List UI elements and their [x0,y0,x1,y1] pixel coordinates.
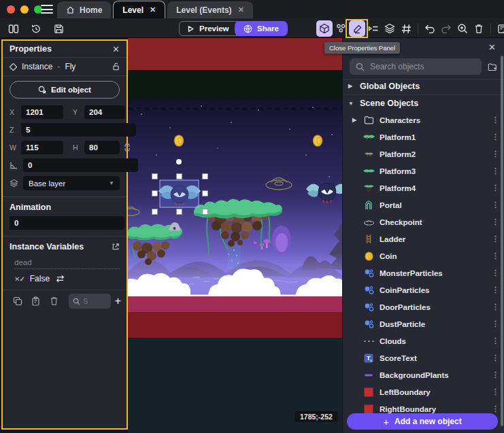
object-menu-icon[interactable]: ⋮ [492,218,499,226]
layer-select[interactable]: Base layer ▼ [23,176,120,190]
object-item-leftboundary[interactable]: ▶ LeftBoundary ⋮ [343,383,504,400]
delete-icon[interactable] [471,20,487,37]
group-scene-objects[interactable]: ▼ Scene Objects [343,94,504,111]
variable-name[interactable]: dead [14,258,120,269]
object-menu-icon[interactable]: ⋮ [492,302,499,311]
object-item-characters[interactable]: ▶ Characters ⋮ [343,111,504,128]
coin-sprite[interactable] [314,135,322,146]
layers-icon[interactable] [382,20,398,37]
tab-home[interactable]: Home [57,1,111,18]
close-tab-icon[interactable]: ✕ [238,5,244,14]
object-menu-icon[interactable]: ⋮ [492,184,499,192]
scene-properties-icon[interactable] [494,20,504,37]
object-item-coin[interactable]: ▶ Coin ⋮ [343,247,504,264]
copy-icon[interactable] [8,296,27,306]
close-window-button[interactable] [7,5,15,14]
variable-value-row[interactable]: ✕✓ False [14,274,120,283]
panels-layout-icon[interactable] [5,22,22,35]
object-menu-icon[interactable]: ⋮ [492,269,499,277]
add-object-button[interactable]: + Add a new object [347,413,498,430]
instance-icon [10,63,17,71]
object-item-dustparticle[interactable]: ▶ DustParticle ⋮ [343,315,504,332]
trash-icon[interactable] [45,296,63,306]
undo-icon[interactable] [422,20,438,37]
object-item-portal[interactable]: ▶ Portal ⋮ [343,196,504,213]
object-menu-icon[interactable]: ⋮ [492,133,499,141]
open-variables-editor-icon[interactable] [112,243,120,251]
objects-scrollbar[interactable] [501,56,503,426]
z-order-field[interactable] [21,123,136,137]
cursor-coordinates: 1785;-252 [295,411,338,422]
angle-field[interactable] [23,158,138,172]
share-button[interactable]: Share [235,21,288,36]
object-item-platform2[interactable]: ▶ Platform2 ⋮ [343,145,504,162]
properties-panel-icon[interactable] [349,20,365,37]
object-menu-icon[interactable]: ⋮ [492,285,499,294]
caret-right-icon: ▶ [352,117,358,123]
close-properties-icon[interactable]: ✕ [112,45,120,54]
object-item-doorparticles[interactable]: ▶ DoorParticles ⋮ [343,298,504,315]
tab-level[interactable]: Level ✕ [113,1,165,18]
paste-icon[interactable] [27,296,45,306]
redo-icon[interactable] [438,20,454,37]
y-position-field[interactable] [84,105,125,119]
animation-field[interactable] [10,216,124,230]
edit-object-button[interactable]: Edit object [10,81,120,99]
objects-search-input[interactable] [370,62,475,71]
toggle-value-icon[interactable] [55,275,65,283]
object-item-checkpoint[interactable]: ▶ Checkpoint ⋮ [343,213,504,230]
object-item-ladder[interactable]: ▶ Ladder ⋮ [343,230,504,247]
home-icon [66,6,75,14]
grid-icon[interactable] [398,20,414,37]
instances-list-icon[interactable] [365,20,382,37]
link-dimensions-icon[interactable] [124,143,133,152]
objects-search[interactable] [350,58,482,75]
object-menu-icon[interactable]: ⋮ [492,150,499,158]
object-menu-icon[interactable]: ⋮ [492,201,499,209]
particles-icon [362,285,375,296]
object-menu-icon[interactable]: ⋮ [492,252,499,260]
object-item-scoretext[interactable]: ▶ Tx ScoreText ⋮ [343,349,504,366]
scene-canvas[interactable]: 1785;-252 [128,38,342,433]
object-item-backgroundplants[interactable]: ▶ BackgroundPlants ⋮ [343,366,504,383]
object-menu-icon[interactable]: ⋮ [492,370,499,379]
minimize-window-button[interactable] [20,5,29,14]
object-item-coinparticles[interactable]: ▶ CoinParticles ⋮ [343,281,504,298]
variables-search-input[interactable] [83,297,99,305]
3d-view-icon[interactable] [316,20,333,37]
history-icon[interactable] [28,22,44,35]
coin-sprite[interactable] [175,135,184,146]
close-tab-icon[interactable]: ✕ [150,5,156,14]
zoom-in-icon[interactable] [454,20,471,37]
object-menu-icon[interactable]: ⋮ [492,387,499,396]
x-position-field[interactable] [21,105,63,119]
close-objects-icon[interactable]: ✕ [488,42,496,52]
height-field[interactable] [84,141,120,154]
object-menu-icon[interactable]: ⋮ [492,336,499,345]
object-menu-icon[interactable]: ⋮ [492,116,499,124]
object-item-platform1[interactable]: ▶ Platform1 ⋮ [343,128,504,145]
object-menu-icon[interactable]: ⋮ [492,319,499,328]
add-variable-icon[interactable]: + [115,295,121,307]
share-label: Share [257,24,279,33]
preview-label: Preview [199,24,229,33]
save-icon[interactable] [50,22,67,35]
variables-search[interactable] [69,294,111,309]
group-global-objects[interactable]: ▶ Global Objects [343,77,504,94]
object-menu-icon[interactable]: ⋮ [492,404,499,413]
object-menu-icon[interactable]: ⋮ [492,353,499,362]
score-text-icon: Tx [362,353,375,364]
object-menu-icon[interactable]: ⋮ [492,167,499,175]
object-menu-icon[interactable]: ⋮ [492,235,499,243]
object-item-platform3[interactable]: ▶ Platform3 ⋮ [343,162,504,179]
tab-level-events[interactable]: Level (Events) ✕ [167,1,253,18]
object-item-monsterparticles[interactable]: ▶ MonsterParticles ⋮ [343,264,504,281]
globe-icon [243,24,252,33]
width-field[interactable] [21,141,63,154]
add-folder-icon[interactable] [488,62,497,72]
object-groups-icon[interactable] [333,20,349,37]
main-menu-icon[interactable] [41,5,53,14]
object-item-platform4[interactable]: ▶ Platform4 ⋮ [343,179,504,196]
object-item-clouds[interactable]: ▶ Clouds ⋮ [343,332,504,349]
unlock-icon[interactable] [112,63,120,71]
